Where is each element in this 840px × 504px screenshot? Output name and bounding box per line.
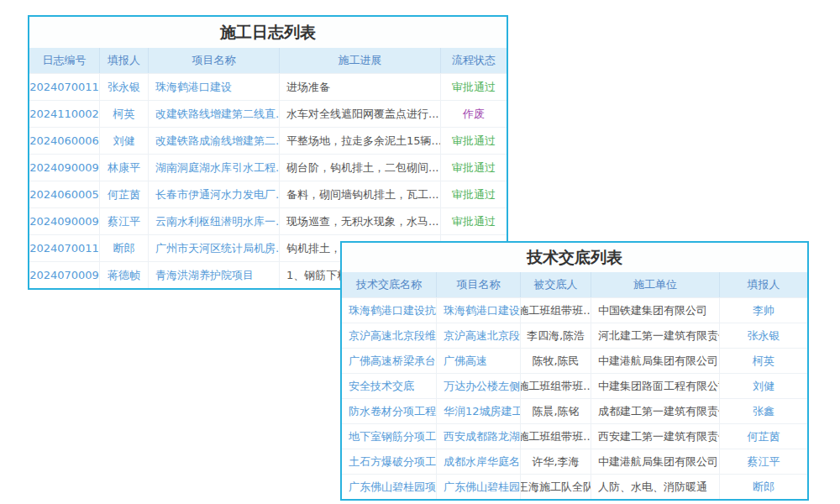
disclosure-name-cell[interactable]: 防水卷材分项工程施... [342, 399, 437, 423]
project-cell[interactable]: 湖南洞庭湖水库引水工程... [149, 155, 280, 181]
reporter-cell[interactable]: 蔡江平 [100, 208, 149, 234]
project-cell[interactable]: 云南水利枢纽潜明水库一... [149, 208, 280, 234]
unit-cell: 中建港航局集团有限公司 [591, 349, 720, 373]
reporter-cell[interactable]: 刘健 [100, 128, 149, 154]
progress-cell: 水车对全线遮阳网覆盖点进行... [280, 101, 441, 127]
unit-cell: 中建集团路面工程有限公司 [591, 374, 720, 398]
disclosed-to-cell: 施工班组带班... [521, 374, 591, 398]
project-cell[interactable]: 广州市天河区统计局机房... [149, 235, 280, 261]
column-header-status: 流程状态 [441, 48, 507, 73]
unit-cell: 西安建工第一建筑有限责任公司 [591, 424, 720, 449]
project-cell[interactable]: 成都水岸华庭名苑... [437, 449, 521, 474]
project-cell[interactable]: 改建铁路成渝线增建第二... [149, 128, 280, 154]
disclosure-name-cell[interactable]: 安全技术交底 [342, 374, 437, 398]
progress-cell: 现场巡查，无积水现象，水马... [280, 208, 441, 234]
reporter-cell[interactable]: 何芷茵 [720, 424, 807, 449]
project-cell[interactable]: 广佛高速 [437, 349, 521, 373]
unit-cell: 河北建工第一建筑有限责任公司 [591, 323, 720, 348]
reporter-cell[interactable]: 断郎 [720, 475, 807, 499]
column-header-progress: 施工进展 [280, 48, 441, 73]
progress-cell: 进场准备 [280, 74, 441, 100]
disclosure-name-cell[interactable]: 地下室钢筋分项工程... [342, 424, 437, 449]
log-table-row: 2024090009 蔡江平 云南水利枢纽潜明水库一... 现场巡查，无积水现象… [29, 207, 507, 234]
disclosure-table-row: 珠海鹤港口建设抗浮... 珠海鹤港口建设 施工班组带班... 中国铁建集团有限公… [342, 297, 807, 323]
technical-disclosure-panel: 技术交底列表 技术交底名称 项目名称 被交底人 施工单位 填报人 珠海鹤港口建设… [340, 241, 809, 501]
log-id-cell[interactable]: 2024090009 [29, 208, 100, 234]
log-table-row: 2024070011 张永银 珠海鹤港口建设 进场准备 审批通过 [29, 73, 507, 100]
disclosed-to-cell: 施工班组带班... [521, 424, 591, 449]
project-cell[interactable]: 改建铁路线增建第二线直... [149, 101, 280, 127]
disclosure-name-cell[interactable]: 广佛高速桥梁承台施... [342, 349, 437, 373]
progress-cell: 平整场地，拉走多余泥土15辆... [280, 128, 441, 154]
reporter-cell[interactable]: 柯英 [100, 101, 149, 127]
reporter-cell[interactable]: 柯英 [720, 349, 807, 373]
unit-cell: 中建港航局集团有限公司 [591, 449, 720, 474]
project-cell[interactable]: 京沪高速北京段维修 [437, 323, 521, 348]
disclosure-header-row: 技术交底名称 项目名称 被交底人 施工单位 填报人 [342, 272, 807, 297]
reporter-cell[interactable]: 林康平 [100, 155, 149, 181]
project-cell[interactable]: 华润12城房建工... [437, 399, 521, 423]
disclosed-to-cell: 施工班组带班... [521, 298, 591, 323]
disclosure-name-cell[interactable]: 土石方爆破分项工程... [342, 449, 437, 474]
log-id-cell[interactable]: 2024070011 [29, 235, 100, 261]
project-cell[interactable]: 长春市伊通河水力发电厂... [149, 181, 280, 207]
status-cell: 作废 [441, 101, 507, 127]
column-header-reporter: 填报人 [720, 272, 807, 297]
reporter-cell[interactable]: 蒋德帧 [100, 262, 149, 288]
log-id-cell[interactable]: 2024060005 [29, 181, 100, 207]
reporter-cell[interactable]: 刘健 [720, 374, 807, 398]
log-id-cell[interactable]: 2024110002 [29, 101, 100, 127]
log-table-row: 2024110002 柯英 改建铁路线增建第二线直... 水车对全线遮阳网覆盖点… [29, 100, 507, 127]
reporter-cell[interactable]: 何芷茵 [100, 181, 149, 207]
project-cell[interactable]: 万达办公楼左侧A... [437, 374, 521, 398]
disclosure-name-cell[interactable]: 京沪高速北京段维修... [342, 323, 437, 348]
disclosed-to-cell: 陈牧,陈民 [521, 349, 591, 373]
disclosed-to-cell: 陈晨,陈铭 [521, 399, 591, 423]
disclosure-table-row: 地下室钢筋分项工程... 西安成都路龙湖上... 施工班组带班... 西安建工第… [342, 423, 807, 449]
disclosure-table-row: 广佛高速桥梁承台施... 广佛高速 陈牧,陈民 中建港航局集团有限公司 柯英 [342, 348, 807, 373]
disclosure-name-cell[interactable]: 广东佛山碧桂园项目... [342, 475, 437, 499]
status-cell: 审批通过 [441, 74, 507, 100]
disclosure-table-row: 防水卷材分项工程施... 华润12城房建工... 陈晨,陈铭 成都建工第一建筑有… [342, 398, 807, 423]
unit-cell: 人防、水电、消防暖通 [591, 475, 720, 499]
column-header-disclosure-name: 技术交底名称 [342, 272, 437, 297]
reporter-cell[interactable]: 张永银 [720, 323, 807, 348]
disclosed-to-cell: 许华,李海 [521, 449, 591, 474]
progress-cell: 备料，砌间墙钩机排土，瓦工... [280, 181, 441, 207]
column-header-unit: 施工单位 [591, 272, 720, 297]
log-id-cell[interactable]: 2024060006 [29, 128, 100, 154]
construction-log-title: 施工日志列表 [29, 17, 507, 48]
log-id-cell[interactable]: 2024090009 [29, 155, 100, 181]
disclosure-name-cell[interactable]: 珠海鹤港口建设抗浮... [342, 298, 437, 323]
log-id-cell[interactable]: 2024070009 [29, 262, 100, 288]
progress-cell: 砌台阶，钩机排土，二包砌间... [280, 155, 441, 181]
column-header-reporter: 填报人 [100, 48, 149, 73]
construction-log-header-row: 日志编号 填报人 项目名称 施工进展 流程状态 [29, 48, 507, 73]
disclosed-to-cell: 李四海,陈浩 [521, 323, 591, 348]
log-table-row: 2024060006 刘健 改建铁路成渝线增建第二... 平整场地，拉走多余泥土… [29, 127, 507, 154]
disclosure-table-row: 广东佛山碧桂园项目... 广东佛山碧桂园项目 王海施工队全队 人防、水电、消防暖… [342, 474, 807, 499]
disclosed-to-cell: 王海施工队全队 [521, 475, 591, 499]
log-table-row: 2024060005 何芷茵 长春市伊通河水力发电厂... 备料，砌间墙钩机排土… [29, 181, 507, 207]
project-cell[interactable]: 珠海鹤港口建设 [437, 298, 521, 323]
reporter-cell[interactable]: 李帅 [720, 298, 807, 323]
column-header-log-id: 日志编号 [29, 48, 100, 73]
project-cell[interactable]: 青海洪湖养护院项目 [149, 262, 280, 288]
log-id-cell[interactable]: 2024070011 [29, 74, 100, 100]
project-cell[interactable]: 西安成都路龙湖上... [437, 424, 521, 449]
project-cell[interactable]: 珠海鹤港口建设 [149, 74, 280, 100]
column-header-disclosed-to: 被交底人 [521, 272, 591, 297]
reporter-cell[interactable]: 张鑫 [720, 399, 807, 423]
disclosure-table-row: 京沪高速北京段维修... 京沪高速北京段维修 李四海,陈浩 河北建工第一建筑有限… [342, 323, 807, 348]
unit-cell: 成都建工第一建筑有限责任公司 [591, 399, 720, 423]
status-cell: 审批通过 [441, 128, 507, 154]
status-cell: 审批通过 [441, 208, 507, 234]
reporter-cell[interactable]: 蔡江平 [720, 449, 807, 474]
reporter-cell[interactable]: 断郎 [100, 235, 149, 261]
reporter-cell[interactable]: 张永银 [100, 74, 149, 100]
project-cell[interactable]: 广东佛山碧桂园项目 [437, 475, 521, 499]
status-cell: 审批通过 [441, 155, 507, 181]
disclosure-table-row: 安全技术交底 万达办公楼左侧A... 施工班组带班... 中建集团路面工程有限公… [342, 373, 807, 398]
page: 施工日志列表 日志编号 填报人 项目名称 施工进展 流程状态 202407001… [0, 0, 840, 504]
technical-disclosure-title: 技术交底列表 [342, 243, 807, 272]
